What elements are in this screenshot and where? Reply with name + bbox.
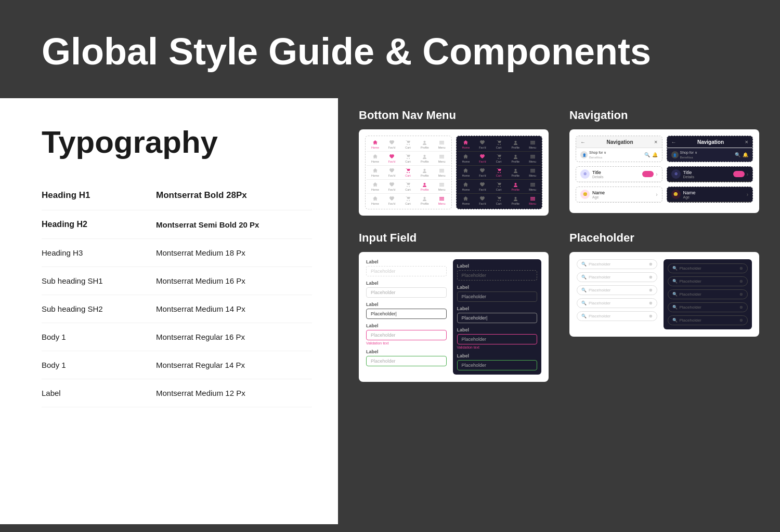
placeholder-field-dark-2[interactable]: 🔍 Placeholder ⊗ (668, 276, 748, 286)
type-row-sh2: Sub heading SH2 Montserrat Medium 14 Px (42, 295, 312, 323)
menu-icon (438, 140, 445, 145)
bnav-menu-1: Menu (438, 140, 446, 149)
bottom-nav-section: Bottom Nav Menu Home (359, 109, 549, 216)
search-icon-nav[interactable]: 🔍 (644, 152, 650, 157)
input-group-dark-default: Label Placeholder (457, 285, 538, 302)
search-icon-dph1: 🔍 (672, 266, 678, 271)
input-group-error: Label Placeholder Validation text (366, 323, 447, 345)
input-active[interactable]: Placeholder| (366, 309, 447, 319)
menu-icon-2 (438, 154, 445, 159)
search-icon-ph3: 🔍 (581, 288, 587, 292)
svg-point-0 (407, 144, 408, 145)
input-label-3: Label (366, 302, 447, 307)
back-arrow-icon-dark: ← (671, 139, 677, 145)
search-icon-ph2: 🔍 (581, 275, 587, 280)
type-row-h3: Heading H3 Montserrat Medium 18 Px (42, 239, 312, 267)
nav-box-dark: Home Fav'd Cart Profile Menu Home Fav'd … (456, 136, 543, 209)
navigation-title: Navigation (569, 109, 759, 122)
page-title: Global Style Guide & Components (42, 31, 738, 72)
bell-icon-nav-dark[interactable]: 🔔 (743, 152, 748, 157)
bnav-cart-1: Cart (405, 140, 411, 149)
input-dark-active[interactable]: Placeholder| (457, 313, 538, 323)
menu-icon-4 (438, 182, 445, 188)
chevron-right-icon-dark: › (747, 171, 748, 177)
placeholder-field-dark-5[interactable]: 🔍 Placeholder ⊗ (668, 315, 748, 325)
back-arrow-icon: ← (580, 139, 586, 145)
type-spec-h1: Montserrat Bold 28Px (156, 190, 247, 201)
nav-box-light: Home Fav'd (365, 136, 452, 209)
svg-point-8 (424, 155, 426, 157)
input-dark-success[interactable]: Placeholder (457, 360, 538, 370)
menu-icon-d1 (529, 140, 536, 145)
placeholder-field-light-1[interactable]: 🔍 Placeholder ⊗ (577, 259, 657, 269)
input-default[interactable]: Placeholder (366, 287, 447, 298)
navigation-section: Navigation ← Navigation × (569, 109, 759, 216)
input-group-dark-active: Label Placeholder| (457, 306, 538, 323)
profile-icon-3 (421, 168, 428, 174)
cart-icon-2 (405, 154, 411, 159)
bnav-row-2: Home Fav'd Cart (367, 152, 450, 165)
input-dark-placeholder[interactable]: Placeholder (457, 270, 538, 281)
placeholder-text-3: Placeholder (589, 288, 610, 292)
type-label-body1b: Body 1 (42, 361, 156, 369)
close-icon-light[interactable]: × (654, 139, 657, 145)
nav-icons: 🔍 🔔 (644, 152, 658, 157)
close-icon-dark[interactable]: × (745, 139, 748, 145)
bell-icon-nav[interactable]: 🔔 (652, 152, 658, 157)
svg-point-1 (409, 144, 410, 145)
nav-menu-container: Home Fav'd (359, 129, 549, 216)
bnav-profile-1: Profile (421, 140, 429, 149)
placeholder-text-4: Placeholder (589, 301, 610, 305)
nav-panel-sub-dark: 👤 Shop for ∨ Benefitsa 🔍 🔔 (667, 148, 753, 162)
placeholder-field-light-3[interactable]: 🔍 Placeholder ⊗ (577, 285, 657, 295)
svg-point-13 (409, 172, 410, 173)
svg-point-32 (514, 141, 516, 143)
type-row-h1: Heading H1 Montserrat Bold 28Px (42, 181, 312, 210)
placeholder-field-dark-1[interactable]: 🔍 Placeholder ⊗ (668, 263, 748, 273)
end-icon-ph4: ⊗ (649, 301, 653, 305)
placeholder-field-light-5[interactable]: 🔍 Placeholder ⊗ (577, 311, 657, 321)
nav-panel-row-3: 😊 Name Age › (576, 187, 753, 203)
toggle-on-dark[interactable] (733, 171, 745, 177)
right-panels: Bottom Nav Menu Home (338, 98, 780, 524)
input-label-d2: Label (457, 285, 538, 290)
home-icon-4 (372, 182, 379, 188)
input-dark-default[interactable]: Placeholder (457, 291, 538, 302)
input-dark-error[interactable]: Placeholder (457, 334, 538, 344)
type-spec-sh1: Montserrat Medium 16 Px (156, 276, 245, 285)
home-icon-3 (372, 168, 379, 174)
profile-icon (421, 140, 428, 145)
home-icon-5 (372, 196, 379, 202)
placeholder-text-5: Placeholder (589, 314, 610, 318)
input-placeholder-only[interactable]: Placeholder (366, 266, 447, 276)
svg-point-36 (498, 158, 499, 159)
cart-icon (405, 140, 411, 145)
title-text-light: Title (592, 170, 603, 175)
age-text-dark: Age (683, 195, 696, 199)
toggle-on-light[interactable] (642, 171, 654, 177)
search-icon-nav-dark[interactable]: 🔍 (735, 152, 740, 157)
search-icon-ph1: 🔍 (581, 262, 587, 267)
placeholder-field-light-4[interactable]: 🔍 Placeholder ⊗ (577, 298, 657, 308)
placeholder-field-dark-3[interactable]: 🔍 Placeholder ⊗ (668, 289, 748, 299)
nav-panel-title-light: Navigation (606, 139, 633, 145)
top-row: Bottom Nav Menu Home (359, 109, 759, 216)
search-icon-dph2: 🔍 (672, 279, 678, 284)
cart-icon-4 (405, 182, 411, 188)
placeholder-dark-text-1: Placeholder (680, 266, 701, 271)
cart-icon-5 (405, 196, 411, 202)
svg-point-55 (500, 200, 501, 201)
input-success[interactable]: Placeholder (366, 356, 447, 366)
input-col-light: Label Placeholder Label Placeholder Labe… (366, 259, 447, 375)
placeholder-field-dark-4[interactable]: 🔍 Placeholder ⊗ (668, 302, 748, 312)
nav-icons-dark: 🔍 🔔 (735, 152, 748, 157)
search-icon-dph5: 🔍 (672, 318, 678, 323)
home-icon (372, 140, 379, 145)
placeholder-text-1: Placeholder (589, 262, 610, 267)
placeholder-field-light-2[interactable]: 🔍 Placeholder ⊗ (577, 272, 657, 282)
name-icon-dark: 😊 (671, 190, 681, 199)
nav-panel-light: ← Navigation × 👤 Shop for ∨ Benefitsa (576, 136, 662, 162)
input-error[interactable]: Placeholder (366, 330, 447, 340)
svg-point-49 (500, 186, 501, 187)
shop-for-text: Shop for ∨ Benefitsa (589, 150, 606, 159)
